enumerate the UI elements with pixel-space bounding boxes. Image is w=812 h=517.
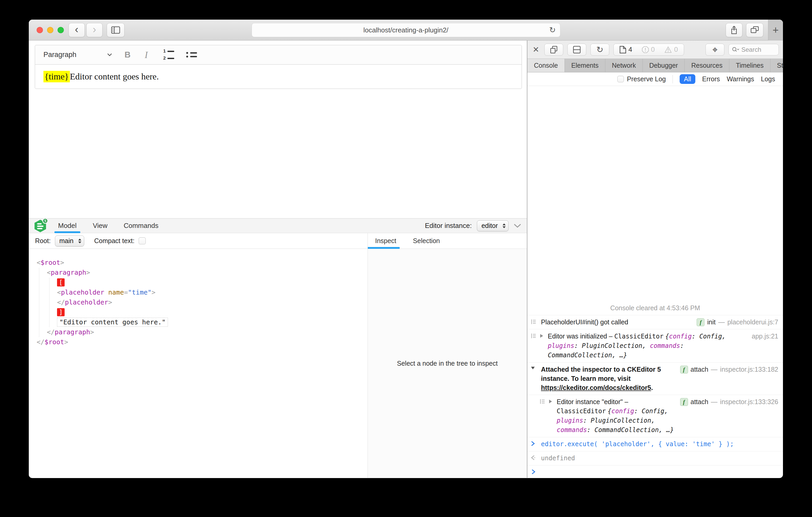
preserve-log-checkbox[interactable] (617, 76, 624, 82)
tab-storage[interactable]: Storage (771, 59, 783, 72)
editor-toolbar: Paragraph B I 1 2 (35, 45, 522, 65)
function-name[interactable]: init (707, 317, 716, 327)
collapse-inspector-button[interactable] (514, 224, 521, 228)
editor-editable-area[interactable]: {time} Editor content goes here. (35, 65, 522, 89)
tree-node-paragraph-open[interactable]: <paragraph> (47, 268, 368, 278)
document-icon (619, 46, 626, 54)
console-message[interactable]: Editor was initialized – ClassicEditor {… (527, 329, 783, 362)
log-source-icon (540, 398, 546, 405)
message-text: Attached the inspector to a CKEditor 5 i… (541, 366, 661, 382)
tree-node-root-close[interactable]: </$root> (37, 337, 368, 347)
tree-node-paragraph-close[interactable]: </paragraph> (47, 327, 368, 337)
object-class: ClassicEditor (614, 333, 663, 340)
console-message[interactable]: Editor instance "editor" – ClassicEditor… (527, 395, 783, 437)
error-count[interactable]: 0 (642, 45, 655, 54)
tree-node-placeholder-open[interactable]: <placeholder name="time"> (57, 287, 368, 298)
heading-dropdown[interactable]: Paragraph (44, 51, 112, 59)
subtab-inspect[interactable]: Inspect (374, 237, 398, 245)
new-tab-button[interactable]: + (768, 20, 783, 40)
split-console-button[interactable] (568, 44, 586, 56)
warning-count[interactable]: 0 (664, 45, 678, 54)
search-icon (732, 47, 739, 53)
console-message[interactable]: PlaceholderUI#init() got called f init —… (527, 315, 783, 329)
forward-button[interactable]: › (86, 23, 103, 37)
inspect-tabs-bar: Inspect Selection (368, 233, 527, 249)
console-message-group[interactable]: Attached the inspector to a CKEditor 5 i… (527, 362, 783, 395)
console-log: Console cleared at 4:53:46 PM Placeholde… (527, 86, 783, 478)
filter-warnings[interactable]: Warnings (727, 75, 754, 83)
source-location-link[interactable]: app.js:21 (752, 332, 778, 341)
share-button[interactable] (726, 23, 743, 37)
preserve-log-toggle[interactable]: Preserve Log (617, 75, 666, 83)
tab-timelines[interactable]: Timelines (729, 59, 771, 72)
source-location-link[interactable]: inspector.js:133:326 (720, 397, 778, 406)
sidebar-toggle-button[interactable] (107, 23, 124, 37)
page-content: Paragraph B I 1 2 (29, 40, 527, 478)
url-field[interactable]: localhost/creating-a-plugin2/ ↻ (252, 23, 560, 37)
object-class: ClassicEditor (557, 407, 606, 415)
reload-icon[interactable]: ↻ (549, 25, 556, 34)
bulleted-list-button[interactable] (186, 52, 197, 58)
split-view-icon (573, 46, 581, 54)
source-location-link[interactable]: placeholderui.js:7 (727, 317, 778, 327)
search-input[interactable] (742, 46, 773, 53)
tree-node-text[interactable]: "Editor content goes here." (57, 317, 368, 327)
heading-dropdown-label: Paragraph (44, 51, 77, 59)
message-text: Editor instance "editor" (557, 398, 623, 405)
console-result[interactable]: undefined (527, 451, 783, 465)
close-devtools-button[interactable]: ✕ (531, 45, 540, 54)
compact-text-checkbox[interactable] (139, 237, 146, 244)
function-name[interactable]: attach (691, 397, 708, 406)
tab-view[interactable]: View (91, 218, 110, 233)
placeholder-widget[interactable]: {time} (44, 71, 70, 82)
model-tree: <$root> <paragraph> [ <placeholder name=… (29, 249, 368, 478)
compact-text-label: Compact text: (94, 237, 135, 245)
tab-elements[interactable]: Elements (565, 59, 605, 72)
filter-all[interactable]: All (679, 74, 695, 84)
document-count[interactable]: 4 (619, 45, 632, 54)
italic-button[interactable]: I (143, 50, 149, 60)
prompt-icon (531, 469, 536, 475)
close-window-button[interactable] (37, 27, 43, 33)
function-name[interactable]: attach (691, 365, 708, 374)
evaluated-expression: editor.execute( 'placeholder', { value: … (541, 439, 778, 449)
tab-network[interactable]: Network (605, 59, 643, 72)
tab-commands[interactable]: Commands (122, 218, 161, 233)
numbered-list-button[interactable]: 1 2 (163, 49, 174, 61)
dock-side-button[interactable] (544, 44, 563, 56)
tree-node-root-open[interactable]: <$root> (37, 258, 368, 268)
minimize-window-button[interactable] (47, 27, 53, 33)
result-icon (530, 455, 535, 460)
console-prompt[interactable] (527, 465, 783, 478)
devtools-search[interactable] (729, 44, 779, 55)
tab-debugger[interactable]: Debugger (643, 59, 685, 72)
back-icon: ‹ (75, 24, 78, 34)
element-picker-button[interactable]: ⌖ (705, 44, 724, 56)
browser-titlebar: ‹ › localhost/creating-a-plugin2/ ↻ (29, 20, 783, 40)
tree-node-placeholder-close[interactable]: </placeholder> (57, 298, 368, 307)
message-text: Editor was initialized (548, 332, 607, 340)
ckeditor-docs-link[interactable]: https://ckeditor.com/docs/ckeditor5 (541, 384, 651, 391)
sidebar-icon (111, 26, 120, 34)
root-select[interactable]: main (55, 236, 84, 246)
chevron-down-icon (107, 53, 112, 56)
source-location-link[interactable]: inspector.js:133:182 (720, 365, 778, 374)
subtab-selection[interactable]: Selection (411, 237, 442, 245)
tab-resources[interactable]: Resources (685, 59, 729, 72)
disclosure-collapsed-icon[interactable] (548, 399, 552, 404)
back-button[interactable]: ‹ (68, 23, 85, 37)
bold-button[interactable]: B (124, 50, 130, 60)
filter-logs[interactable]: Logs (761, 75, 775, 83)
tab-model[interactable]: Model (56, 218, 79, 233)
active-subtab-underline (368, 247, 400, 249)
tab-overview-button[interactable] (746, 23, 763, 37)
prompt-icon (530, 441, 535, 447)
filter-errors[interactable]: Errors (702, 75, 720, 83)
editor-instance-select[interactable]: editor (477, 220, 509, 231)
reload-page-button[interactable]: ↻ (590, 44, 609, 56)
tab-console[interactable]: Console (527, 59, 565, 72)
disclosure-collapsed-icon[interactable] (540, 334, 544, 338)
console-input-echo[interactable]: editor.execute( 'placeholder', { value: … (527, 437, 783, 451)
disclosure-expanded-icon[interactable] (530, 366, 535, 370)
zoom-window-button[interactable] (58, 27, 64, 33)
